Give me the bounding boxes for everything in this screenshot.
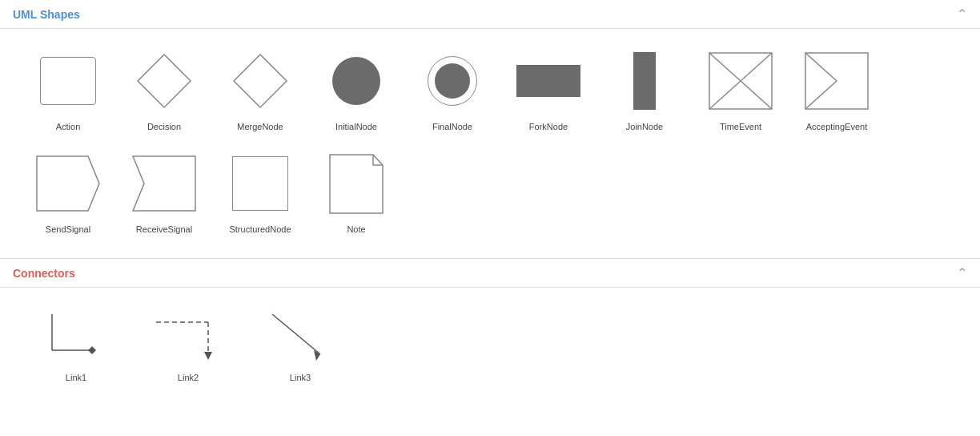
svg-marker-8 — [330, 155, 383, 213]
connectors-section-header: Connectors ⌃ — [0, 259, 980, 288]
connector-link3[interactable]: Link3 — [248, 304, 352, 382]
timeevent-shape-visual — [709, 52, 773, 110]
shape-forknode[interactable]: ForkNode — [504, 45, 592, 131]
shape-acceptingevent[interactable]: AcceptingEvent — [793, 45, 881, 131]
svg-marker-6 — [37, 156, 99, 211]
shape-decision-label: Decision — [147, 122, 181, 131]
connector-link2-label: Link2 — [178, 373, 199, 382]
shape-timeevent-label: TimeEvent — [720, 122, 761, 131]
uml-collapse-button[interactable]: ⌃ — [957, 6, 967, 22]
shape-acceptingevent-label: AcceptingEvent — [806, 122, 867, 131]
shape-action[interactable]: Action — [24, 45, 112, 131]
structurednode-shape-visual — [232, 156, 288, 211]
svg-marker-1 — [234, 54, 287, 107]
shape-action-label: Action — [56, 122, 81, 131]
connectors-grid: Link1 Link2 — [0, 288, 980, 406]
sendsignal-shape-visual — [36, 155, 100, 212]
connector-link1-label: Link1 — [66, 373, 86, 382]
note-shape-visual — [329, 154, 384, 214]
decision-shape-visual — [136, 53, 192, 109]
receivesignal-shape-visual — [132, 155, 196, 212]
connector-link1[interactable]: Link1 — [24, 304, 128, 382]
svg-marker-7 — [133, 156, 195, 211]
shape-note-label: Note — [347, 224, 365, 234]
shape-sendsignal-label: SendSignal — [46, 224, 90, 234]
finalnode-shape-visual — [428, 56, 477, 106]
mergenode-shape-visual — [232, 53, 288, 109]
connectors-collapse-button[interactable]: ⌃ — [957, 265, 967, 281]
shape-finalnode-label: FinalNode — [432, 122, 472, 131]
shape-joinnode[interactable]: JoinNode — [600, 45, 689, 131]
uml-section-title: UML Shapes — [13, 8, 80, 21]
link3-visual — [264, 306, 336, 366]
shape-forknode-label: ForkNode — [529, 122, 568, 131]
joinnode-shape-visual — [633, 52, 656, 110]
shape-note[interactable]: Note — [312, 147, 400, 234]
shape-initialnode-label: InitialNode — [335, 122, 377, 131]
svg-marker-14 — [204, 352, 212, 360]
connector-link2[interactable]: Link2 — [136, 304, 240, 382]
link1-visual — [40, 306, 112, 366]
connectors-section: Connectors ⌃ Link1 — [0, 259, 980, 406]
shape-mergenode-label: MergeNode — [237, 122, 283, 131]
uml-section: UML Shapes ⌃ Action Decision — [0, 0, 980, 258]
action-shape-visual — [40, 57, 96, 105]
shape-initialnode[interactable]: InitialNode — [312, 45, 400, 131]
forknode-shape-visual — [516, 65, 580, 97]
connector-link3-label: Link3 — [290, 373, 311, 382]
shape-finalnode[interactable]: FinalNode — [408, 45, 496, 131]
connectors-section-title: Connectors — [13, 267, 75, 280]
initialnode-shape-visual — [332, 57, 380, 105]
acceptingevent-shape-visual — [805, 52, 869, 110]
shape-structurednode[interactable]: StructuredNode — [216, 147, 304, 234]
shape-receivesignal[interactable]: ReceiveSignal — [120, 147, 208, 234]
svg-line-15 — [272, 314, 320, 354]
svg-marker-0 — [138, 54, 191, 107]
shape-timeevent[interactable]: TimeEvent — [697, 45, 785, 131]
shape-structurednode-label: StructuredNode — [229, 224, 291, 234]
uml-shapes-grid: Action Decision MergeNode — [0, 29, 980, 258]
shape-joinnode-label: JoinNode — [626, 122, 663, 131]
shape-receivesignal-label: ReceiveSignal — [136, 224, 192, 234]
shape-decision[interactable]: Decision — [120, 45, 208, 131]
svg-marker-11 — [88, 346, 96, 354]
shape-sendsignal[interactable]: SendSignal — [24, 147, 112, 234]
uml-section-header: UML Shapes ⌃ — [0, 0, 980, 29]
link2-visual — [148, 306, 228, 366]
shape-mergenode[interactable]: MergeNode — [216, 45, 304, 131]
